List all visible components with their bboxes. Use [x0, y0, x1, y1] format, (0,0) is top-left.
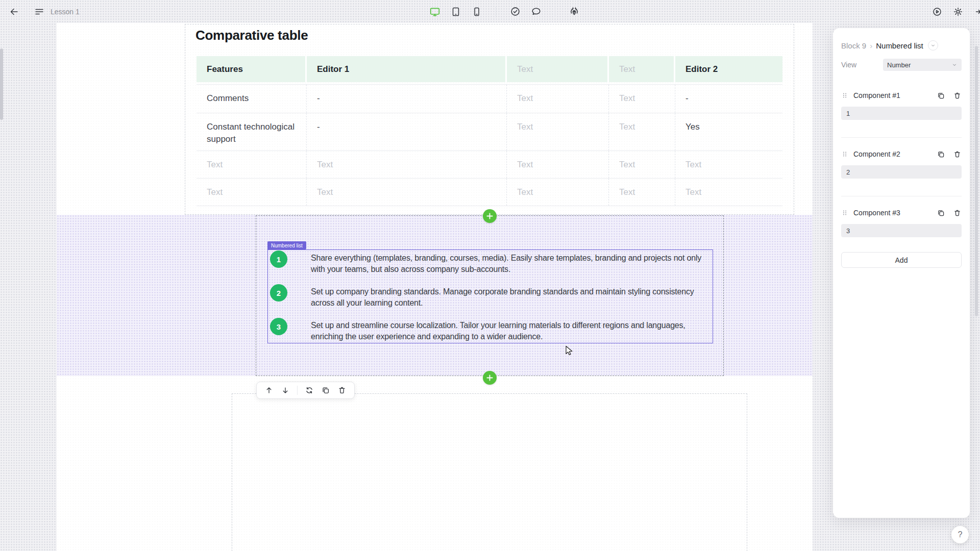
table-cell[interactable]: Comments — [197, 85, 307, 113]
list-item-number-badge[interactable]: 1 — [270, 251, 287, 268]
table-header-cell[interactable]: Editor 2 — [675, 56, 782, 82]
view-setting-row: View Number — [841, 59, 962, 71]
duplicate-component-button[interactable] — [936, 91, 945, 100]
duplicate-icon — [321, 386, 330, 395]
comments-button[interactable] — [529, 5, 543, 19]
view-select-value: Number — [887, 61, 911, 69]
table-header-cell[interactable]: Editor 1 — [307, 56, 507, 82]
collapse-panel-button[interactable] — [972, 5, 980, 19]
toolbar-divider — [297, 386, 298, 395]
block-type-dropdown-button[interactable] — [928, 40, 938, 51]
table-header-cell[interactable]: Text — [507, 56, 609, 82]
delete-component-button[interactable] — [952, 149, 962, 159]
tablet-preview-icon — [451, 7, 461, 17]
table-cell[interactable]: Text — [675, 151, 782, 178]
component-header: Component #1 — [841, 90, 962, 101]
table-cell[interactable]: - — [675, 85, 782, 113]
numbered-list-block[interactable]: 1 Share everything (templates, branding,… — [267, 249, 713, 343]
settings-button[interactable] — [951, 5, 965, 19]
toolbar-divider — [27, 6, 27, 17]
component-value-input[interactable]: 1 — [841, 107, 962, 120]
duplicate-component-button[interactable] — [936, 149, 945, 159]
top-toolbar: Lesson 1 — [0, 0, 980, 23]
table-cell[interactable]: Text — [609, 151, 675, 178]
list-item-number-badge[interactable]: 2 — [270, 284, 287, 302]
component-header: Component #3 — [841, 208, 962, 218]
table-cell[interactable]: - — [307, 113, 507, 151]
left-scrollbar-thumb[interactable] — [0, 48, 3, 120]
toolbar-divider — [555, 6, 555, 17]
drag-handle-icon[interactable] — [841, 151, 848, 158]
table-cell[interactable]: Text — [609, 113, 675, 151]
device-tablet-button[interactable] — [449, 5, 463, 19]
table-cell[interactable]: Text — [609, 85, 675, 113]
table-cell[interactable]: Yes — [675, 113, 782, 151]
next-section-outline[interactable] — [232, 393, 747, 551]
table-cell[interactable]: Text — [507, 113, 609, 151]
trash-icon — [953, 91, 962, 100]
table-cell[interactable]: Text — [307, 179, 507, 206]
mobile-preview-icon — [472, 7, 482, 17]
table-cell[interactable]: Text — [307, 151, 507, 178]
table-cell[interactable]: Text — [507, 151, 609, 178]
table-cell[interactable]: Text — [197, 151, 307, 178]
duplicate-component-button[interactable] — [936, 208, 945, 217]
breadcrumb-current: Numbered list — [876, 41, 923, 50]
table-cell[interactable]: Text — [507, 179, 609, 206]
lesson-sections-button[interactable] — [32, 5, 46, 19]
review-approve-button[interactable] — [508, 5, 522, 19]
duplicate-icon — [937, 209, 945, 217]
component-value-input[interactable]: 2 — [841, 165, 962, 179]
arrow-up-icon — [264, 386, 274, 395]
list-item: 1 Share everything (templates, branding,… — [269, 253, 706, 275]
breadcrumb-block[interactable]: Block 9 — [841, 41, 866, 50]
add-block-below-button[interactable] — [483, 371, 497, 385]
move-block-up-button[interactable] — [262, 384, 276, 397]
table-cell[interactable]: Text — [609, 179, 675, 206]
device-mobile-button[interactable] — [470, 5, 484, 19]
back-button[interactable] — [7, 5, 21, 19]
list-item-number-badge[interactable]: 3 — [270, 318, 287, 335]
trash-icon — [337, 386, 347, 395]
duplicate-block-button[interactable] — [319, 384, 332, 397]
delete-component-button[interactable] — [952, 208, 962, 217]
move-block-down-button[interactable] — [279, 384, 292, 397]
table-header-cell[interactable]: Features — [197, 56, 307, 82]
component-label: Component #1 — [853, 91, 936, 99]
drag-handle-icon[interactable] — [841, 209, 848, 216]
table-header-cell[interactable]: Text — [609, 56, 675, 82]
desktop-preview-icon — [429, 6, 440, 17]
right-scrollbar-thumb[interactable] — [975, 46, 978, 316]
drag-handle-icon[interactable] — [841, 92, 848, 99]
table-cell[interactable]: Text — [675, 179, 782, 206]
panel-breadcrumb: Block 9 › Numbered list — [841, 40, 962, 51]
table-row: Text Text Text Text Text — [197, 179, 782, 206]
block-actions-toolbar — [256, 382, 355, 399]
plus-icon — [486, 374, 493, 381]
block-type-badge: Numbered list — [267, 241, 306, 249]
pointer-rotate-button[interactable] — [567, 5, 581, 19]
list-item-text[interactable]: Set up company branding standards. Manag… — [311, 286, 706, 309]
page-title[interactable]: Comparative table — [195, 28, 308, 43]
component-value-input[interactable]: 3 — [841, 224, 962, 237]
table-cell[interactable]: Constant technological support — [197, 113, 307, 151]
help-button[interactable]: ? — [951, 526, 969, 543]
device-desktop-button[interactable] — [428, 5, 442, 19]
table-row: Comments - Text Text - — [197, 84, 782, 113]
breadcrumb-separator: › — [870, 41, 872, 50]
toolbar-right-group — [930, 0, 980, 23]
table-row: Constant technological support - Text Te… — [197, 113, 782, 151]
add-block-above-button[interactable] — [483, 209, 497, 223]
add-component-button[interactable]: Add — [841, 252, 962, 268]
table-cell[interactable]: Text — [197, 179, 307, 206]
delete-component-button[interactable] — [952, 91, 962, 100]
replace-block-button[interactable] — [303, 384, 316, 397]
list-item-text[interactable]: Set up and streamline course localizatio… — [311, 320, 706, 342]
duplicate-icon — [937, 150, 945, 159]
table-cell[interactable]: Text — [507, 85, 609, 113]
list-item-text[interactable]: Share everything (templates, branding, c… — [311, 253, 706, 275]
preview-play-button[interactable] — [930, 5, 944, 19]
table-cell[interactable]: - — [307, 85, 507, 113]
delete-block-button[interactable] — [335, 384, 349, 397]
view-select[interactable]: Number — [883, 59, 962, 71]
